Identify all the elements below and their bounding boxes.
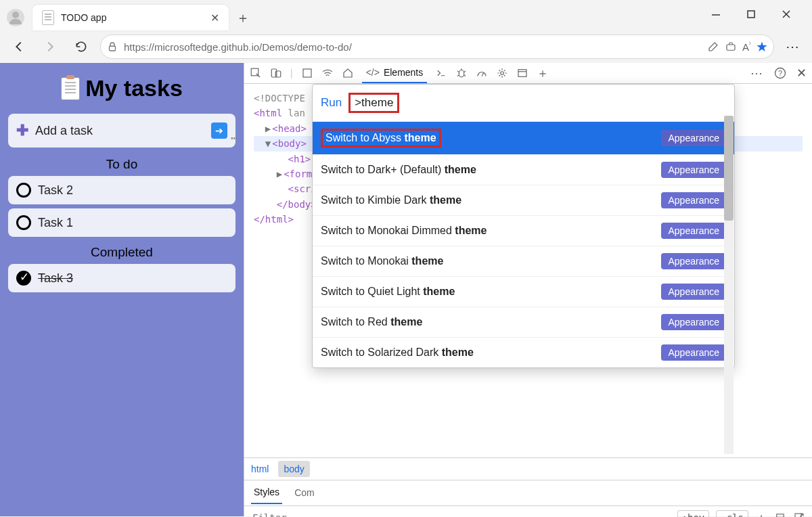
lock-icon [106,41,118,53]
tab-title: TODO app [61,12,106,23]
palette-item-badge: Appearance [661,130,726,146]
inspect-icon[interactable] [250,67,262,79]
svg-point-10 [459,70,465,78]
favorites-star-icon[interactable]: ★ [756,39,768,55]
reload-button[interactable] [69,35,93,59]
task-label: Task 1 [38,216,73,230]
palette-item[interactable]: Switch to Solarized Dark themeAppearance [313,337,734,367]
palette-item[interactable]: Switch to Quiet Light themeAppearance [313,276,734,307]
palette-item-badge: Appearance [661,162,726,178]
briefcase-icon[interactable] [725,41,737,53]
palette-item-label: Switch to Solarized Dark theme [321,346,474,359]
breadcrumb-html[interactable]: html [251,464,269,474]
task-label: Task 3 [38,271,73,286]
gear-icon[interactable] [496,67,508,79]
read-aloud-icon[interactable]: A⁾ [742,41,750,53]
home-icon[interactable] [342,67,354,79]
svg-rect-13 [518,70,526,77]
palette-item[interactable]: Switch to Monokai Dimmed themeAppearance [313,215,734,246]
dom-row-menu-icon[interactable]: ⋯ [231,129,238,148]
palette-item-badge: Appearance [661,344,726,361]
task-checkbox[interactable] [16,215,31,230]
console-tab-icon[interactable] [435,67,447,79]
computed-tab[interactable]: Com [294,487,315,498]
forward-button [38,35,62,59]
browser-titlebar: TODO app ✕ ＋ [0,0,812,30]
page-icon [42,10,54,25]
palette-item-badge: Appearance [661,253,726,269]
browser-menu-button[interactable]: ⋯ [781,35,805,59]
palette-query-highlight[interactable]: >theme [348,93,399,113]
section-todo-heading: To do [5,157,238,172]
palette-item-badge: Appearance [661,314,726,330]
device-icon[interactable] [270,67,282,79]
task-checkbox-done[interactable] [16,271,31,286]
window-maximize-button[interactable] [742,5,761,24]
task-item-done[interactable]: Task 3 [8,264,235,292]
add-rule-icon[interactable]: ＋ [755,510,767,517]
task-label: Task 2 [38,183,73,198]
task-checkbox[interactable] [16,183,31,198]
devtools-close-button[interactable]: ✕ [796,66,807,81]
palette-results: Switch to Abyss themeAppearanceSwitch to… [313,121,734,367]
dom-breadcrumb[interactable]: html body [244,457,812,480]
window-close-button[interactable] [777,5,796,24]
styles-toolbar-icon[interactable] [774,512,786,517]
submit-task-button[interactable]: ➔ [211,122,227,139]
svg-point-12 [501,72,504,75]
devtools-toolbar: | </>Elements ＋ ⋯ ? ✕ [244,63,812,84]
add-task-placeholder: Add a task [35,124,93,138]
svg-rect-9 [303,69,311,77]
command-palette: Run >theme Switch to Abyss themeAppearan… [312,84,735,368]
palette-item-label: Switch to Monokai theme [321,255,443,267]
help-icon[interactable]: ? [773,66,787,80]
styles-tab[interactable]: Styles [251,481,282,504]
plus-icon: ✚ [16,122,28,139]
profile-avatar[interactable] [7,9,24,26]
back-button[interactable] [7,35,31,59]
welcome-icon[interactable] [301,67,313,79]
palette-item[interactable]: Switch to Monokai themeAppearance [313,246,734,276]
palette-item-badge: Appearance [661,284,726,300]
page-title: My tasks [5,75,238,102]
task-item[interactable]: Task 2 [8,176,235,204]
svg-rect-1 [748,11,754,18]
styles-filter-input[interactable] [251,512,677,517]
palette-item-badge: Appearance [661,192,726,208]
palette-item-label: Switch to Red theme [321,316,422,328]
address-bar[interactable]: https://microsoftedge.github.io/Demos/de… [100,35,774,59]
devtools-more-button[interactable]: ⋯ [750,66,764,81]
hov-button[interactable]: :hov [677,510,710,517]
browser-toolbar: https://microsoftedge.github.io/Demos/de… [0,30,812,63]
styles-filter-row: :hov .cls ＋ [244,506,812,517]
window-minimize-button[interactable] [706,5,725,24]
svg-line-11 [482,72,484,76]
new-tab-button[interactable]: ＋ [231,6,254,29]
palette-item-label: Switch to Kimbie Dark theme [321,194,461,206]
cls-button[interactable]: .cls [716,510,748,517]
task-item[interactable]: Task 1 [8,208,235,237]
section-done-heading: Completed [5,245,238,260]
bug-icon[interactable] [455,67,468,79]
network-icon[interactable] [321,67,334,79]
svg-text:?: ? [778,69,782,77]
palette-item[interactable]: Switch to Dark+ (Default) themeAppearanc… [313,154,734,185]
palette-item[interactable]: Switch to Kimbie Dark themeAppearance [313,185,734,215]
styles-popout-icon[interactable] [793,512,805,517]
palette-item-label: Switch to Dark+ (Default) theme [321,164,476,176]
application-icon[interactable] [516,67,528,79]
palette-scrollbar-thumb[interactable] [724,116,734,221]
palette-item[interactable]: Switch to Abyss themeAppearance [313,121,734,154]
performance-icon[interactable] [476,67,488,79]
styles-tabs: Styles Com [244,480,812,506]
palette-item-label: Switch to Quiet Light theme [321,286,455,298]
breadcrumb-body[interactable]: body [278,461,309,477]
clipboard-icon [61,77,80,100]
add-tab-icon[interactable]: ＋ [537,65,549,81]
palette-item[interactable]: Switch to Red themeAppearance [313,307,734,337]
add-task-input[interactable]: ✚ Add a task ➔ [8,114,235,148]
elements-tab[interactable]: </>Elements [362,63,428,83]
browser-tab[interactable]: TODO app ✕ [32,5,229,30]
edit-icon[interactable] [707,41,719,53]
tab-close-icon[interactable]: ✕ [210,12,219,24]
